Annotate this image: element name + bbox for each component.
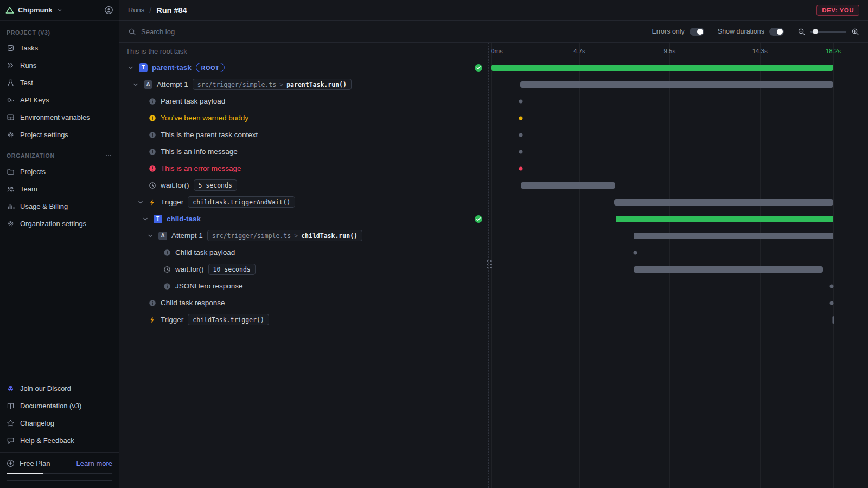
upgrade-icon [7,459,15,467]
breadcrumb-separator: / [149,6,151,15]
sidebar-item-usage-billing[interactable]: Usage & Billing [0,197,119,215]
sidebar-item-environment-variables[interactable]: Environment variables [0,108,119,126]
root-badge: ROOT [196,63,225,72]
row-label: Attempt 1 [171,232,203,240]
run-tree-row[interactable]: This is an info message [119,143,488,160]
run-tree-pane: This is the root task Tparent-taskROOTAA… [119,43,489,488]
timeline-row[interactable] [489,177,868,194]
env-icon [7,113,15,121]
zoom-in-icon[interactable] [851,28,859,36]
run-tree-row[interactable]: This is an error message [119,160,488,177]
row-label: wait.for() [161,181,189,189]
row-label: JSONHero response [175,282,243,290]
row-label: parent-task [152,63,192,72]
search-input[interactable] [141,28,304,36]
timeline-row[interactable] [489,227,868,244]
timeline-row[interactable] [489,294,868,311]
run-tree-row[interactable]: AAttempt 1 src/trigger/simple.ts>parentT… [119,76,488,93]
task-icon: T [139,63,148,72]
errors-only-toggle[interactable] [690,28,704,36]
timeline-row[interactable] [489,110,868,126]
sidebar-item-help-feedback[interactable]: Help & Feedback [0,432,119,449]
organization-section-header: ORGANIZATION [0,143,119,163]
row-label: child-task [167,215,201,223]
sidebar-item-tasks[interactable]: Tasks [0,39,119,56]
organization-menu-icon[interactable] [105,152,112,159]
check-circle-icon [474,215,483,223]
sidebar-item-organization-settings[interactable]: Organization settings [0,215,119,232]
breadcrumb-runs[interactable]: Runs [128,6,144,14]
attempt-icon: A [158,232,167,240]
sidebar-item-api-keys[interactable]: API Keys [0,91,119,108]
usage-meter-track [7,480,112,481]
sidebar-item-runs[interactable]: Runs [0,56,119,74]
pane-resize-handle[interactable] [485,258,493,271]
show-durations-toggle[interactable] [769,28,784,36]
chevron-down-icon [127,64,135,72]
workspace-name: Chipmunk [18,6,53,14]
run-tree-row[interactable]: Child task response [119,294,488,311]
sidebar: Chipmunk PROJECT (V3) Tasks Runs Test AP… [0,0,119,488]
sidebar-item-documentation-v3[interactable]: Documentation (v3) [0,397,119,414]
workspace-switcher[interactable]: Chipmunk [0,0,119,21]
timeline-row[interactable] [489,126,868,143]
run-tree-row[interactable]: wait.for()5 seconds [119,177,488,194]
run-tree-row[interactable]: TriggerchildTask.triggerAndWait() [119,194,488,210]
timeline-span [491,244,833,261]
run-tree-row[interactable]: You've been warned buddy [119,110,488,126]
chart-icon [7,202,15,210]
run-tree-row[interactable]: TriggerchildTask.trigger() [119,311,488,328]
zoom-slider[interactable] [810,31,846,33]
timeline-row[interactable] [489,143,868,160]
avatar[interactable] [104,5,113,15]
run-tree-row[interactable]: JSONHero response [119,278,488,294]
run-tree-row[interactable]: Parent task payload [119,93,488,110]
timeline-row[interactable] [489,93,868,110]
plan-box: Free Plan Learn more [0,452,119,488]
sidebar-item-projects[interactable]: Projects [0,163,119,180]
zoom-out-icon[interactable] [797,28,806,36]
learn-more-link[interactable]: Learn more [76,459,112,467]
project-nav: Tasks Runs Test API Keys Environment var… [0,39,119,143]
sidebar-item-label: Runs [20,61,36,69]
sidebar-item-test[interactable]: Test [0,74,119,91]
timeline-span [491,126,833,143]
run-tree-row[interactable]: AAttempt 1 src/trigger/simple.ts>childTa… [119,227,488,244]
timeline-row[interactable] [489,59,868,76]
timeline-row[interactable] [489,278,868,294]
timeline-row[interactable] [489,311,868,328]
timeline-row[interactable] [489,244,868,261]
timeline-header: 0ms4.7s9.5s14.3s18.2s [489,43,868,59]
sidebar-item-team[interactable]: Team [0,180,119,197]
run-tree-row[interactable]: This is the parent task context [119,126,488,143]
run-tree-row[interactable]: Child task payload [119,244,488,261]
discord-icon [7,384,15,393]
folder-icon [7,168,15,176]
environment-badge[interactable]: DEV: YOU [816,5,859,16]
chat-icon [7,436,15,445]
timeline-row[interactable] [489,76,868,93]
value-chip: 10 seconds [208,264,256,275]
sidebar-item-label: Team [20,185,37,193]
clock-icon [149,182,156,189]
sidebar-item-project-settings[interactable]: Project settings [0,126,119,143]
timeline-row[interactable] [489,210,868,227]
task-icon: T [154,215,162,223]
timeline-row[interactable] [489,261,868,278]
test-icon [7,79,15,87]
clock-icon [163,266,171,273]
info-icon [149,131,156,139]
timeline-row[interactable] [489,194,868,210]
run-tree-row[interactable]: Tchild-task [119,210,488,227]
sidebar-item-label: Environment variables [20,113,90,121]
timeline-span [491,294,833,311]
chevron-down-icon [142,215,149,223]
value-chip: childTask.triggerAndWait() [188,196,295,208]
timeline-row[interactable] [489,160,868,177]
run-tree-row[interactable]: Tparent-taskROOT [119,59,488,76]
sidebar-item-join-our-discord[interactable]: Join our Discord [0,380,119,397]
run-tree-row[interactable]: wait.for()10 seconds [119,261,488,278]
page-title: Run #84 [156,6,187,15]
timeline-span [491,194,833,210]
sidebar-item-changelog[interactable]: Changelog [0,414,119,432]
